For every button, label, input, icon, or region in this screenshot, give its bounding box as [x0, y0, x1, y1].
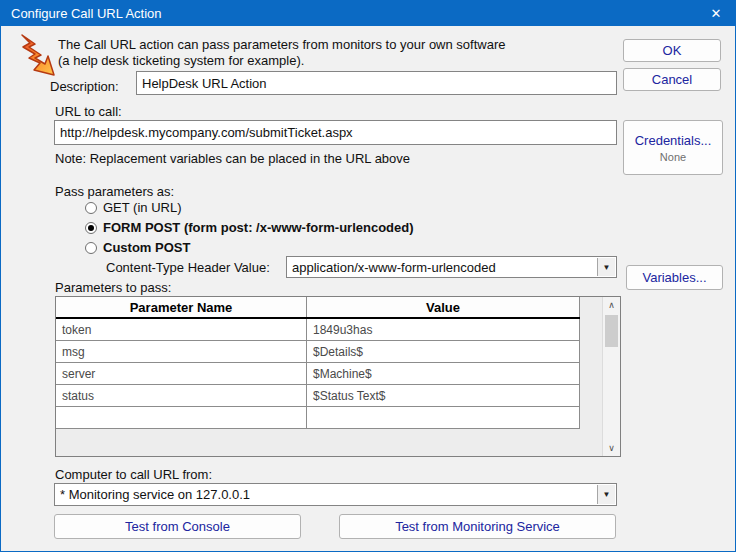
table-row-empty[interactable]	[56, 407, 580, 429]
scroll-down-icon[interactable]: ∨	[603, 440, 620, 456]
cancel-button[interactable]: Cancel	[623, 68, 721, 91]
column-header-parameter-name[interactable]: Parameter Name	[56, 297, 307, 317]
titlebar: Configure Call URL Action	[1, 1, 735, 26]
credentials-button[interactable]: Credentials... None	[623, 120, 723, 175]
table-row[interactable]: server $Machine$	[56, 363, 580, 385]
cell-parameter-name[interactable]: msg	[56, 341, 307, 362]
radio-custom-post-label: Custom POST	[103, 240, 190, 255]
radio-get[interactable]: GET (in URL)	[85, 200, 182, 215]
radio-form-post-label: FORM POST (form post: /x-www-form-urlenc…	[103, 220, 414, 235]
computer-label: Computer to call URL from:	[55, 467, 212, 482]
test-from-monitoring-service-button[interactable]: Test from Monitoring Service	[339, 514, 616, 539]
cell-parameter-name[interactable]: server	[56, 363, 307, 384]
close-icon: ✕	[711, 6, 722, 21]
cell-value[interactable]: $Details$	[307, 341, 580, 362]
cell-value[interactable]: $Status Text$	[307, 385, 580, 406]
intro-line-1: The Call URL action can pass parameters …	[58, 37, 505, 52]
table-row[interactable]: msg $Details$	[56, 341, 580, 363]
cell-value[interactable]: $Machine$	[307, 363, 580, 384]
table-header-row: Parameter Name Value	[56, 297, 580, 319]
parameters-table: Parameter Name Value token 1849u3has msg…	[55, 296, 621, 457]
credentials-button-label: Credentials...	[635, 133, 712, 148]
cell-value[interactable]	[307, 407, 580, 428]
radio-get-circle	[85, 202, 97, 214]
url-label: URL to call:	[55, 104, 122, 119]
content-type-value: application/x-www-form-urlencoded	[292, 260, 496, 275]
dialog-configure-call-url-action: Configure Call URL Action ✕ The Call URL…	[0, 0, 736, 552]
description-label: Description:	[50, 79, 119, 94]
content-type-combobox[interactable]: application/x-www-form-urlencoded ▼	[286, 256, 617, 278]
radio-custom-post[interactable]: Custom POST	[85, 240, 190, 255]
parameters-label: Parameters to pass:	[55, 280, 171, 295]
intro-line-2: (a help desk ticketing system for exampl…	[58, 53, 304, 68]
close-button[interactable]: ✕	[697, 1, 735, 26]
chevron-down-icon[interactable]: ▼	[597, 485, 615, 504]
url-input[interactable]	[54, 120, 617, 145]
radio-get-label: GET (in URL)	[103, 200, 182, 215]
radio-form-post[interactable]: FORM POST (form post: /x-www-form-urlenc…	[85, 220, 414, 235]
alert-arrow-icon	[13, 32, 57, 78]
chevron-down-icon[interactable]: ▼	[597, 258, 615, 276]
url-note: Note: Replacement variables can be place…	[55, 151, 410, 166]
table-row[interactable]: token 1849u3has	[56, 319, 580, 341]
ok-button[interactable]: OK	[623, 39, 721, 62]
column-header-value[interactable]: Value	[307, 297, 580, 317]
credentials-status: None	[660, 151, 686, 163]
content-type-label: Content-Type Header Value:	[106, 260, 270, 275]
cell-parameter-name[interactable]: token	[56, 319, 307, 340]
radio-custom-post-circle	[85, 242, 97, 254]
table-scrollbar[interactable]: ∧ ∨	[602, 297, 620, 456]
computer-value: * Monitoring service on 127.0.0.1	[60, 487, 250, 502]
cell-parameter-name[interactable]	[56, 407, 307, 428]
test-from-console-button[interactable]: Test from Console	[54, 514, 301, 539]
cell-parameter-name[interactable]: status	[56, 385, 307, 406]
scrollbar-thumb[interactable]	[605, 315, 618, 347]
description-input[interactable]	[136, 71, 617, 95]
radio-form-post-circle	[85, 222, 97, 234]
computer-combobox[interactable]: * Monitoring service on 127.0.0.1 ▼	[54, 483, 617, 506]
table-row[interactable]: status $Status Text$	[56, 385, 580, 407]
window-title: Configure Call URL Action	[11, 6, 162, 21]
cell-value[interactable]: 1849u3has	[307, 319, 580, 340]
variables-button[interactable]: Variables...	[626, 265, 723, 290]
scroll-up-icon[interactable]: ∧	[603, 297, 620, 313]
pass-parameters-label: Pass parameters as:	[55, 184, 174, 199]
